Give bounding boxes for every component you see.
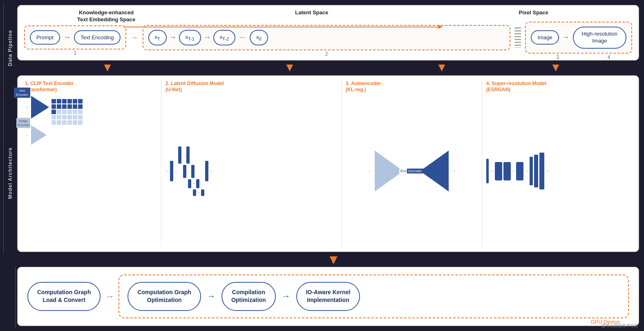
xt1-node: xT-1 [179, 30, 201, 45]
model-architecture-label: Model Architecture [3, 93, 16, 254]
orange-up-arrow-2: ► [284, 62, 296, 74]
section-num-2: 2 [325, 51, 328, 57]
gpu-arrow-1: → [105, 290, 114, 302]
compile-opt-node: CompilationOptimization [221, 282, 276, 311]
text-encoding-node: Text Encoding [74, 30, 121, 45]
gpu-pipeline-row: Computation GraphLoad & Convert → Comput… [3, 267, 641, 328]
orange-arrow-to-latent: → [130, 33, 139, 42]
gpu-panel: Computation GraphLoad & Convert → Comput… [17, 267, 639, 326]
section-num-4: 4 [608, 54, 610, 60]
prompt-node: Prompt [30, 30, 60, 45]
section-num-3: 3 [556, 54, 559, 60]
clip-section: 1. CLIP Text Encoder (Transformer) → [21, 81, 161, 247]
data-pipeline-label: Data Pipeline [3, 3, 16, 93]
arrows-row: ► ► ► ► [16, 61, 641, 75]
knowledge-section-label2: Text Embedding Space [24, 16, 188, 23]
pipe-arrow-1: → [63, 33, 71, 42]
orange-up-arrow-3: ► [436, 62, 448, 74]
cg-load-node: Computation GraphLoad & Convert [27, 282, 101, 311]
data-pipeline-panel: Knowledge-enhanced Text Embedding Space … [17, 5, 639, 61]
io-kernel-node: IO-Aware KernelImplementation [296, 282, 360, 311]
xt-node: xT [148, 30, 167, 45]
section-num-1: 1 [74, 50, 76, 56]
gpu-arrow-2: → [207, 291, 216, 302]
autoencoder-title: 3. Autoencoder (KL-reg.) [346, 81, 478, 93]
pixel-dashed-box: Image → High-resolutionImage 3 4 [525, 22, 632, 54]
watermark: @稀土掘金技术社区 [602, 323, 638, 329]
xt2-node: xT-2 [213, 30, 235, 45]
knowledge-section-label: Knowledge-enhanced [24, 9, 188, 16]
knowledge-dashed-box: Prompt → Text Encoding 1 [24, 25, 126, 50]
gpu-arrow-3: → [282, 291, 291, 302]
gpu-device-box: Computation GraphOptimization → Compilat… [119, 275, 629, 318]
model-architecture-panel: 1. CLIP Text Encoder (Transformer) → [17, 75, 639, 252]
unet-section: 2. Latent Diffusion Model (U-Net) → → [161, 81, 342, 247]
orange-up-arrow-4: ► [550, 62, 562, 74]
autoencoder-section: 3. Autoencoder (KL-reg.) → Encoder → [342, 81, 482, 247]
arrows-to-gpu: ► [3, 254, 641, 267]
superres-section: 4. Super-resolution Model (ESRGAN) → [482, 81, 635, 247]
superres-title: 4. Super-resolution Model (ESRGAN) [486, 81, 631, 93]
unet-title: 2. Latent Diffusion Model (U-Net) [165, 81, 337, 93]
clip-title: 1. CLIP Text Encoder (Transformer) [25, 81, 157, 93]
highres-node: High-resolutionImage [573, 27, 626, 49]
latent-space-label: Latent Space [197, 9, 427, 16]
orange-up-arrow-1: ► [102, 62, 114, 74]
latent-dashed-box: xT → xT-1 → xT-2 ··· x0 2 [143, 25, 511, 50]
cg-opt-node: Computation GraphOptimization [127, 282, 201, 311]
pixel-space-label: Pixel Space [435, 9, 632, 16]
image-node: Image [531, 30, 559, 45]
x0-node: x0 [250, 30, 268, 45]
